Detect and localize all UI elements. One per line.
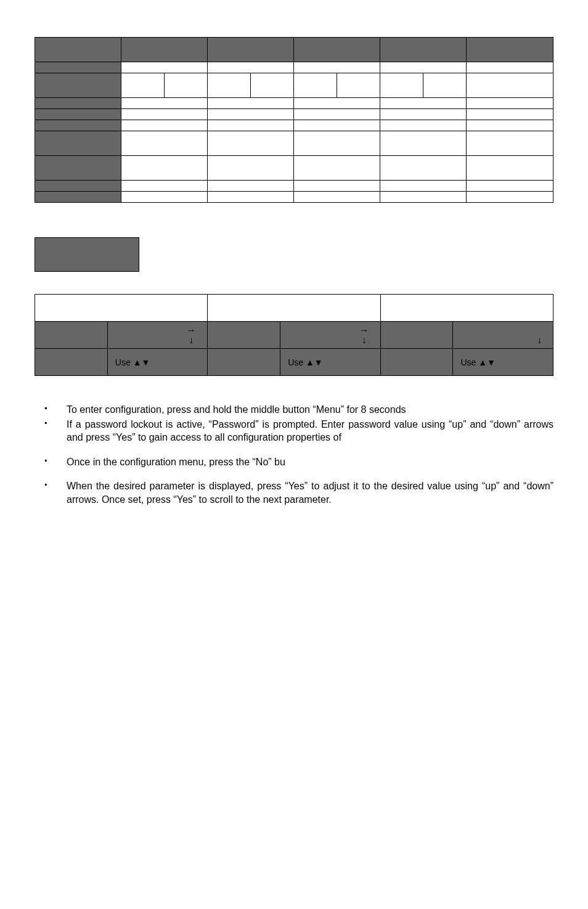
instruction-list: To enter configuration, press and hold t… xyxy=(35,403,553,507)
spec-header-row-3 xyxy=(35,73,553,98)
nav-arrow-row: →↓ →↓ ↓ xyxy=(35,322,553,349)
arrow-down-icon: ↓ xyxy=(537,325,542,345)
instruction-item: When the desired parameter is displayed,… xyxy=(35,479,553,506)
spec-row-5 xyxy=(35,156,553,181)
instruction-text: If a password lockout is active, “Passwo… xyxy=(67,419,553,443)
spec-row-6 xyxy=(35,181,553,192)
arrow-down: ↓ xyxy=(537,335,542,345)
use-arrows-label: Use ▲▼ xyxy=(460,357,496,367)
spec-row-3 xyxy=(35,120,553,131)
spec-row-7 xyxy=(35,192,553,203)
arrow-down: ↓ xyxy=(362,335,367,345)
page: →↓ →↓ ↓ Use ▲▼ Use ▲▼ Use ▲▼ To enter co… xyxy=(0,0,588,532)
instruction-item: To enter configuration, press and hold t… xyxy=(35,403,553,417)
instruction-text: When the desired parameter is displayed,… xyxy=(67,481,553,505)
arrow-down: ↓ xyxy=(189,335,194,345)
section-badge xyxy=(35,237,139,272)
arrow-right: → xyxy=(186,325,196,335)
spec-header-row-2 xyxy=(35,62,553,73)
arrow-right: → xyxy=(359,325,369,335)
spec-row-4 xyxy=(35,131,553,156)
instruction-item: Once in the configuration menu, press th… xyxy=(35,455,553,469)
spec-header-row-1 xyxy=(35,38,553,62)
spec-row-1 xyxy=(35,98,553,109)
arrow-right-down-icon: →↓ xyxy=(186,325,196,345)
use-arrows-label: Use ▲▼ xyxy=(288,357,323,367)
arrow-right-down-icon: →↓ xyxy=(359,325,369,345)
spec-table xyxy=(35,37,553,203)
nav-use-row: Use ▲▼ Use ▲▼ Use ▲▼ xyxy=(35,349,553,376)
use-arrows-label: Use ▲▼ xyxy=(115,357,150,367)
nav-header-row xyxy=(35,295,553,322)
instruction-text: Once in the configuration menu, press th… xyxy=(67,457,285,467)
nav-table: →↓ →↓ ↓ Use ▲▼ Use ▲▼ Use ▲▼ xyxy=(35,294,553,376)
instruction-text: To enter configuration, press and hold t… xyxy=(67,404,406,415)
instruction-item: If a password lockout is active, “Passwo… xyxy=(35,418,553,444)
spec-row-2 xyxy=(35,109,553,120)
